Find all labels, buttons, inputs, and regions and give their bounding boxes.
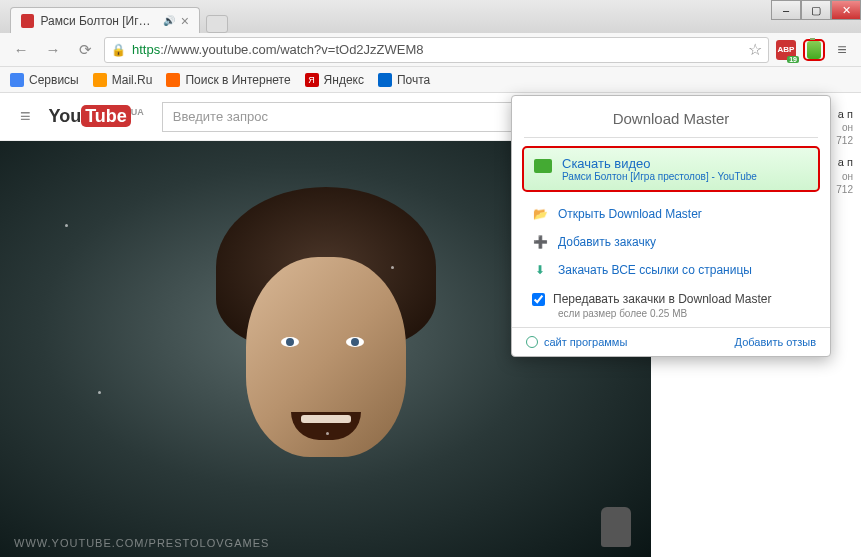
forward-button[interactable]: → (40, 37, 66, 63)
bookmark-search[interactable]: Поиск в Интернете (166, 73, 290, 87)
tab-close-button[interactable]: × (181, 13, 189, 29)
abp-count-badge: 19 (787, 56, 799, 63)
open-icon: 📂 (532, 206, 548, 222)
youtube-logo[interactable]: YouTubeUA (49, 106, 144, 127)
video-overlay-icon (601, 507, 631, 547)
chrome-menu-button[interactable]: ≡ (831, 39, 853, 61)
popup-item-label: Добавить закачку (558, 235, 656, 249)
add-review-link[interactable]: Добавить отзыв (735, 336, 816, 348)
youtube-search-input[interactable]: Введите запрос (162, 102, 512, 132)
new-tab-button[interactable] (206, 15, 228, 33)
logo-region: UA (131, 107, 144, 117)
tab-favicon-icon (21, 14, 34, 28)
forward-downloads-checkbox[interactable]: Передавать закачки в Download Master (512, 284, 830, 308)
url-input[interactable]: 🔒 https://www.youtube.com/watch?v=tOd2Jz… (104, 37, 769, 63)
checkbox-sublabel: если размер более 0.25 MB (512, 308, 830, 327)
lock-icon: 🔒 (111, 43, 126, 57)
open-dm-button[interactable]: 📂 Открыть Download Master (512, 200, 830, 228)
divider (524, 137, 818, 138)
tab-title: Рамси Болтон [Игра п (40, 14, 156, 28)
tv-download-icon (534, 159, 552, 173)
back-button[interactable]: ← (8, 37, 34, 63)
download-video-button[interactable]: Скачать видео Рамси Болтон [Игра престол… (522, 146, 820, 192)
window-close-button[interactable]: ✕ (831, 0, 861, 20)
download-all-icon: ⬇ (532, 262, 548, 278)
bookmark-yandex[interactable]: ЯЯндекс (305, 73, 364, 87)
window-minimize-button[interactable]: – (771, 0, 801, 20)
add-download-button[interactable]: ➕ Добавить закачку (512, 228, 830, 256)
download-master-popup: Download Master Скачать видео Рамси Болт… (511, 95, 831, 357)
tab-strip: Рамси Болтон [Игра п 🔊 × (0, 0, 861, 33)
hamburger-menu-icon[interactable]: ≡ (20, 106, 31, 127)
program-site-link[interactable]: сайт программы (526, 336, 627, 348)
url-path: ://www.youtube.com/watch?v=tOd2JzZWEM8 (160, 42, 423, 57)
globe-icon (526, 336, 538, 348)
bookmark-label: Mail.Ru (112, 73, 153, 87)
window-maximize-button[interactable]: ▢ (801, 0, 831, 20)
bookmark-pochta[interactable]: Почта (378, 73, 430, 87)
bookmark-label: Почта (397, 73, 430, 87)
popup-title: Download Master (512, 96, 830, 137)
address-bar: ← → ⟳ 🔒 https://www.youtube.com/watch?v=… (0, 33, 861, 67)
popup-item-label: Открыть Download Master (558, 207, 702, 221)
bookmark-label: Яндекс (324, 73, 364, 87)
bookmark-label: Сервисы (29, 73, 79, 87)
tab-audio-icon[interactable]: 🔊 (163, 15, 175, 26)
logo-you: You (49, 106, 82, 126)
add-icon: ➕ (532, 234, 548, 250)
bookmark-star-icon[interactable]: ☆ (748, 40, 762, 59)
download-video-subtitle: Рамси Болтон [Игра престолов] - YouTube (562, 171, 757, 182)
reload-button[interactable]: ⟳ (72, 37, 98, 63)
download-video-label: Скачать видео (562, 156, 757, 171)
footer-link-label: сайт программы (544, 336, 627, 348)
abp-extension-icon[interactable]: ABP19 (775, 39, 797, 61)
logo-tube: Tube (81, 105, 131, 127)
bookmark-mailru[interactable]: Mail.Ru (93, 73, 153, 87)
checkbox-label: Передавать закачки в Download Master (553, 292, 772, 306)
browser-tab[interactable]: Рамси Болтон [Игра п 🔊 × (10, 7, 200, 33)
popup-item-label: Закачать ВСЕ ссылки со страницы (558, 263, 752, 277)
url-scheme: https (132, 42, 160, 57)
video-watermark: WWW.YOUTUBE.COM/PRESTOLOVGAMES (14, 537, 269, 549)
bookmarks-bar: Сервисы Mail.Ru Поиск в Интернете ЯЯндек… (0, 67, 861, 93)
abp-label: ABP (778, 45, 795, 54)
bookmark-apps[interactable]: Сервисы (10, 73, 79, 87)
bookmark-label: Поиск в Интернете (185, 73, 290, 87)
download-all-button[interactable]: ⬇ Закачать ВСЕ ссылки со страницы (512, 256, 830, 284)
checkbox-input[interactable] (532, 293, 545, 306)
download-master-extension-icon[interactable] (803, 39, 825, 61)
